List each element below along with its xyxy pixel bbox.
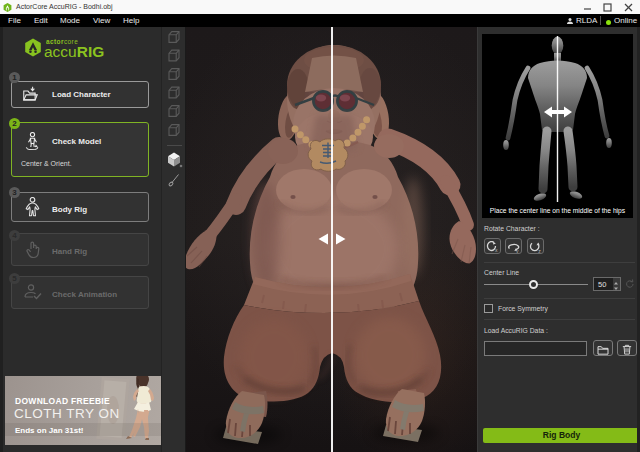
svg-text:z: z [538,248,541,254]
svg-text:x: x [495,247,498,253]
